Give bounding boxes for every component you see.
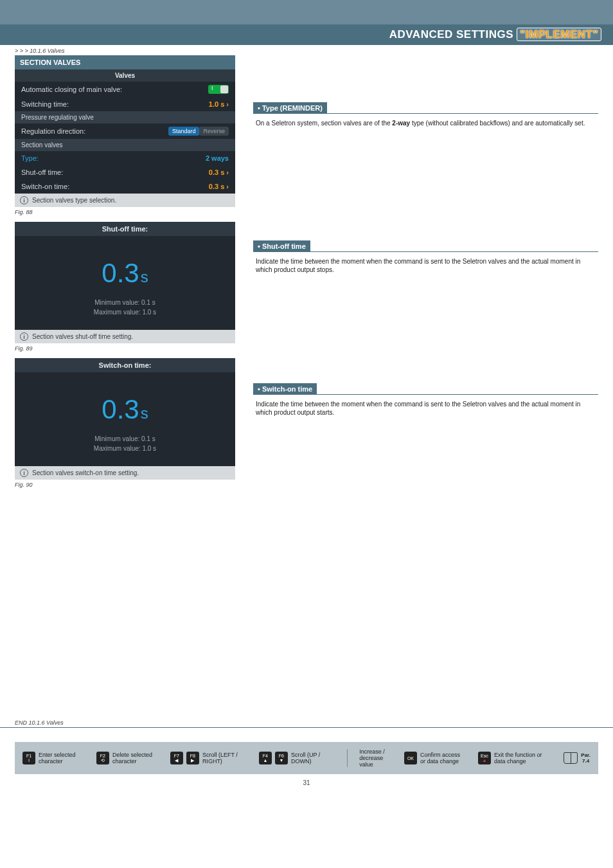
doc-header: ADVANCED SETTINGS "IMPLEMENT" — [0, 24, 613, 45]
switchon-editor-unit: s — [141, 404, 148, 422]
key-esc-group: Esc▲ Exit the function or data change — [478, 752, 552, 764]
switchon-editor-info-text: Section valves switch-on time setting. — [32, 469, 139, 476]
f2-key-icon: F2⟲ — [96, 752, 109, 764]
shutoff-value: 0.3 s — [209, 168, 229, 176]
switching-time-label: Switching time: — [21, 100, 69, 108]
shutoff-editor-title: Shut-off time: — [15, 222, 235, 236]
type-reminder-text: On a Seletron system, section valves are… — [253, 118, 598, 129]
row-auto-close[interactable]: Automatic closing of main valve: — [15, 82, 235, 97]
switchon-min: Minimum value: 0.1 s — [21, 434, 229, 444]
auto-close-label: Automatic closing of main valve: — [21, 86, 122, 93]
switching-time-value: 1.0 s — [209, 100, 229, 108]
panel-info-bar: i Section valves type selection. — [15, 194, 235, 207]
ok-text: Confirm access or data change — [420, 752, 466, 764]
separator — [347, 749, 348, 767]
header-title-implement: "IMPLEMENT" — [517, 28, 601, 41]
shutoff-label: Shut-off time: — [21, 168, 63, 176]
switchon-editor: Switch-on time: 0.3s Minimum value: 0.1 … — [15, 358, 235, 480]
f4-key-icon: F4▲ — [259, 752, 272, 764]
info-icon: i — [20, 196, 28, 204]
switchon-value: 0.3 s — [209, 183, 229, 190]
shutoff-head: Shut-off time — [253, 240, 310, 252]
type-label: Type: — [21, 154, 39, 162]
page-number: 31 — [0, 779, 613, 786]
top-band — [0, 0, 613, 24]
key-f2-group: F2⟲ Delete selected character — [96, 752, 159, 764]
key-f7-f8-group: F7◀ F8▶ Scroll (LEFT / RIGHT) — [170, 752, 247, 764]
switchon-editor-title: Switch-on time: — [15, 358, 235, 372]
reg-direction-value[interactable]: StandardReverse — [168, 127, 229, 136]
book-icon — [564, 752, 578, 764]
f1-text: Enter selected character — [39, 752, 85, 764]
header-title-pre: ADVANCED SETTINGS — [389, 28, 517, 41]
end-note: END 10.1.6 Valves — [0, 719, 613, 728]
shutoff-editor-info: i Section valves shut-off time setting. — [15, 330, 235, 343]
prv-header: Pressure regulating valve — [15, 111, 235, 123]
f7-key-icon: F7◀ — [170, 752, 183, 764]
shutoff-editor-info-text: Section valves shut-off time setting. — [32, 333, 133, 340]
f78-text: Scroll (LEFT / RIGHT) — [202, 752, 247, 764]
f46-text: Scroll (UP / DOWN) — [291, 752, 335, 764]
key-ok-group: OK Confirm access or data change — [404, 752, 466, 764]
par-ref: Par. 7.4 — [581, 752, 591, 764]
pill-standard[interactable]: Standard — [168, 127, 200, 136]
shutoff-editor-unit: s — [141, 268, 148, 285]
breadcrumb: > > > 10.1.6 Valves — [0, 45, 613, 55]
shutoff-editor-value[interactable]: 0.3s — [21, 258, 229, 289]
row-switching-time[interactable]: Switching time: 1.0 s — [15, 97, 235, 111]
key-incdec-group: Increase / decrease value — [359, 748, 393, 768]
info-icon: i — [20, 332, 28, 341]
shutoff-editor: Shut-off time: 0.3s Minimum value: 0.1 s… — [15, 222, 235, 343]
valves-header: Valves — [15, 69, 235, 82]
type-value: 2 ways — [206, 154, 229, 162]
f8-key-icon: F8▶ — [186, 752, 199, 764]
switchon-label: Switch-on time: — [21, 183, 69, 190]
section-valves-header: Section valves — [15, 139, 235, 151]
valves-panel: Valves Automatic closing of main valve: … — [15, 69, 235, 207]
fig-88-caption: Fig. 88 — [15, 209, 235, 215]
f2-text: Delete selected character — [112, 752, 159, 764]
f6-key-icon: F6▼ — [275, 752, 288, 764]
switchon-editor-value[interactable]: 0.3s — [21, 394, 229, 425]
switchon-head: Switch-on time — [253, 383, 317, 395]
switchon-max: Maximum value: 1.0 s — [21, 444, 229, 453]
shutoff-min: Minimum value: 0.1 s — [21, 298, 229, 307]
key-f4-f6-group: F4▲ F6▼ Scroll (UP / DOWN) — [259, 752, 335, 764]
fig-89-caption: Fig. 89 — [15, 345, 235, 352]
pill-reverse[interactable]: Reverse — [199, 127, 229, 136]
reg-direction-label: Regulation direction: — [21, 127, 85, 135]
key-f1-group: F1i Enter selected character — [22, 752, 85, 764]
switchon-editor-info: i Section valves switch-on time setting. — [15, 466, 235, 480]
row-reg-direction[interactable]: Regulation direction: StandardReverse — [15, 123, 235, 139]
switchon-text: Indicate the time between the moment whe… — [253, 399, 598, 419]
row-switchon[interactable]: Switch-on time: 0.3 s — [15, 179, 235, 194]
info-icon: i — [20, 469, 28, 477]
row-type[interactable]: Type: 2 ways — [15, 151, 235, 165]
switchon-editor-number: 0.3 — [102, 394, 139, 424]
fig-90-caption: Fig. 90 — [15, 482, 235, 488]
manual-ref: Par. 7.4 — [564, 752, 591, 764]
auto-close-toggle[interactable] — [208, 85, 229, 94]
shutoff-text: Indicate the time between the moment whe… — [253, 256, 598, 276]
esc-text: Exit the function or data change — [494, 752, 552, 764]
section-title-bar: SECTION VALVES — [15, 55, 235, 69]
type-reminder-head: Type (REMINDER) — [253, 102, 327, 114]
f1-key-icon: F1i — [22, 752, 35, 764]
footer-keyguide: F1i Enter selected character F2⟲ Delete … — [15, 742, 598, 774]
row-shutoff[interactable]: Shut-off time: 0.3 s — [15, 165, 235, 179]
panel-info-text: Section valves type selection. — [32, 197, 116, 204]
shutoff-editor-number: 0.3 — [102, 258, 139, 288]
shutoff-max: Maximum value: 1.0 s — [21, 307, 229, 317]
esc-key-icon: Esc▲ — [478, 752, 491, 764]
ok-key-icon: OK — [404, 752, 417, 764]
incdec-text: Increase / decrease value — [359, 748, 393, 768]
